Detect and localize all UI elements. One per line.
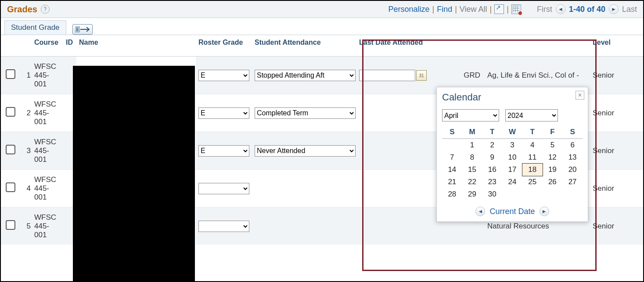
row-checkbox[interactable] xyxy=(6,107,15,117)
calendar-day[interactable]: 24 xyxy=(502,176,522,188)
row-checkbox[interactable] xyxy=(6,145,15,154)
row-checkbox[interactable] xyxy=(6,69,15,79)
course-id: WFSC445-001 xyxy=(32,170,76,207)
roster-grade-select[interactable]: E xyxy=(198,70,249,81)
attendance-select[interactable]: Stopped Attending AftCompleted TermNever… xyxy=(255,70,356,81)
calendar-day[interactable]: 29 xyxy=(462,188,482,200)
col-id[interactable]: ID xyxy=(63,35,76,57)
course-id: WFSC445-001 xyxy=(32,132,76,170)
row-number: 5 xyxy=(20,207,32,245)
calendar-day[interactable]: 9 xyxy=(482,151,502,164)
course-id: WFSC445-001 xyxy=(32,57,76,94)
roster-grade-select[interactable]: E xyxy=(198,107,249,119)
calendar-day[interactable]: 2 xyxy=(482,139,502,151)
row-number: 4 xyxy=(20,170,32,207)
roster-grade-select[interactable]: E xyxy=(198,145,249,157)
calendar-day[interactable]: 7 xyxy=(442,151,462,164)
next-page-button[interactable]: ► xyxy=(609,4,619,14)
calendar-day[interactable]: 21 xyxy=(442,176,462,188)
svg-rect-2 xyxy=(76,29,79,30)
nav-range: 1-40 of 40 xyxy=(569,5,605,14)
help-icon[interactable]: ? xyxy=(41,5,50,14)
grades-title: Grades xyxy=(7,4,37,14)
calendar-day xyxy=(442,139,462,151)
attendance-select[interactable]: Stopped Attending AftCompleted TermNever… xyxy=(255,107,356,119)
calendar-day xyxy=(522,188,543,200)
personalize-link[interactable]: Personalize xyxy=(388,5,429,14)
calendar-day[interactable]: 27 xyxy=(562,176,583,188)
calendar-day[interactable]: 12 xyxy=(543,151,563,164)
calendar-prev-icon[interactable]: ◄ xyxy=(475,207,485,216)
separator: | xyxy=(507,5,509,14)
calendar-day xyxy=(562,188,583,200)
col-level[interactable]: Level xyxy=(590,35,643,57)
calendar-day[interactable]: 20 xyxy=(562,164,583,176)
calendar-day[interactable]: 17 xyxy=(502,164,522,176)
separator: | xyxy=(432,5,434,14)
student-level: Senior xyxy=(590,207,643,245)
calendar-day[interactable]: 15 xyxy=(462,164,482,176)
col-course[interactable]: Course xyxy=(32,35,63,57)
calendar-next-icon[interactable]: ► xyxy=(540,207,549,216)
nav-last[interactable]: Last xyxy=(622,5,637,14)
row-number: 2 xyxy=(20,94,32,132)
student-level: Senior xyxy=(590,132,643,170)
svg-rect-3 xyxy=(76,30,79,31)
calendar-year-select[interactable]: 2024 xyxy=(505,109,558,121)
col-last-date[interactable]: Last Date Attended xyxy=(356,35,432,57)
viewall-link[interactable]: View All xyxy=(460,5,487,14)
calendar-day[interactable]: 25 xyxy=(522,176,543,188)
calendar-icon[interactable]: 31 xyxy=(416,70,427,81)
calendar-day[interactable]: 5 xyxy=(543,139,563,151)
calendar-day[interactable]: 8 xyxy=(462,151,482,164)
calendar-day[interactable]: 11 xyxy=(522,151,543,164)
calendar-day[interactable]: 14 xyxy=(442,164,462,176)
calendar-day[interactable]: 30 xyxy=(482,188,502,200)
tab-student-grade[interactable]: Student Grade xyxy=(4,20,66,35)
calendar-title: Calendar xyxy=(442,92,583,103)
row-checkbox[interactable] xyxy=(6,220,15,230)
calendar-day[interactable]: 23 xyxy=(482,176,502,188)
attendance-select[interactable]: Stopped Attending AftCompleted TermNever… xyxy=(255,145,356,157)
row-checkbox[interactable] xyxy=(6,182,15,192)
student-level: Senior xyxy=(590,57,643,94)
roster-grade-select[interactable]: E xyxy=(198,183,249,194)
calendar-day[interactable]: 22 xyxy=(462,176,482,188)
calendar-dow: T xyxy=(522,126,543,139)
svg-rect-1 xyxy=(76,28,79,29)
calendar-day[interactable]: 4 xyxy=(522,139,543,151)
calendar-day[interactable]: 16 xyxy=(482,164,502,176)
calendar-day[interactable]: 26 xyxy=(543,176,563,188)
student-level: Senior xyxy=(590,94,643,132)
roster-grade-select[interactable]: E xyxy=(198,221,249,232)
calendar-day[interactable]: 1 xyxy=(462,139,482,151)
download-icon[interactable] xyxy=(494,4,504,14)
show-all-columns-icon[interactable] xyxy=(72,24,93,35)
calendar-day xyxy=(543,188,563,200)
calendar-current-date-link[interactable]: Current Date xyxy=(489,207,535,216)
calendar-dow: T xyxy=(482,126,502,139)
redacted-names xyxy=(73,66,195,282)
col-attendance[interactable]: Student Attendance xyxy=(252,35,356,57)
calendar-day[interactable]: 10 xyxy=(502,151,522,164)
calendar-day[interactable]: 3 xyxy=(502,139,522,151)
prev-page-button[interactable]: ◄ xyxy=(556,4,565,14)
grid-icon[interactable] xyxy=(511,4,521,14)
calendar-day[interactable]: 19 xyxy=(543,164,563,176)
calendar-day[interactable]: 28 xyxy=(442,188,462,200)
calendar-day[interactable]: 13 xyxy=(562,151,583,164)
separator: | xyxy=(455,5,457,14)
row-number: 1 xyxy=(20,57,32,94)
nav-first[interactable]: First xyxy=(537,5,552,14)
col-name[interactable]: Name xyxy=(76,35,196,57)
last-date-input[interactable] xyxy=(359,70,415,81)
find-link[interactable]: Find xyxy=(437,5,452,14)
calendar-close-icon[interactable]: ✕ xyxy=(576,91,584,100)
separator: | xyxy=(490,5,492,14)
row-number: 3 xyxy=(20,132,32,170)
calendar-month-select[interactable]: April xyxy=(442,109,499,121)
calendar-day[interactable]: 18 xyxy=(522,164,543,176)
calendar-popup: Calendar ✕ April 2024 SMTWTFS 1234567891… xyxy=(436,87,588,222)
calendar-day[interactable]: 6 xyxy=(562,139,583,151)
col-roster-grade[interactable]: Roster Grade xyxy=(196,35,252,57)
